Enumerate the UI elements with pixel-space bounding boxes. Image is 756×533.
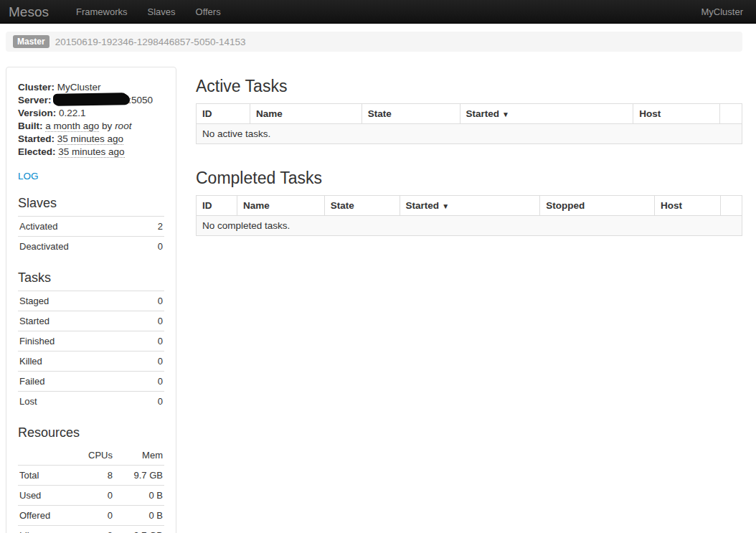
completed-col-name[interactable]: Name — [237, 196, 324, 216]
tasks-failed-label: Failed — [18, 372, 138, 392]
table-row: Lost 0 — [18, 392, 164, 412]
slaves-deactivated-label: Deactivated — [18, 237, 145, 257]
main-nav: Frameworks Slaves Offers — [66, 0, 231, 23]
master-bar: Master 20150619-192346-1298446857-5050-1… — [6, 32, 742, 52]
active-tasks-header-row: ID Name State Started▼ Host — [197, 104, 742, 124]
built-user: root — [115, 121, 131, 131]
nav-slaves[interactable]: Slaves — [137, 0, 185, 24]
nav-frameworks[interactable]: Frameworks — [66, 0, 138, 24]
table-row: Deactivated 0 — [18, 237, 164, 257]
active-tasks-title: Active Tasks — [196, 77, 742, 96]
table-row: Total 8 9.7 GB — [18, 466, 164, 486]
active-col-id[interactable]: ID — [197, 104, 250, 124]
sidebar: Cluster: MyCluster Server: :5050 Version… — [6, 67, 176, 533]
resources-mem-header: Mem — [114, 445, 164, 466]
completed-col-stopped[interactable]: Stopped — [540, 196, 655, 216]
master-id: 20150619-192346-1298446857-5050-14153 — [55, 37, 246, 47]
tasks-finished-label: Finished — [18, 331, 138, 352]
cluster-name-label: MyCluster — [701, 6, 747, 17]
tasks-lost-label: Lost — [18, 392, 138, 412]
table-row: Staged 0 — [18, 291, 164, 311]
active-tasks-empty-message: No active tasks. — [197, 124, 742, 144]
started-row: Started: 35 minutes ago — [18, 133, 164, 146]
tasks-killed-value: 0 — [138, 352, 164, 372]
cluster-label: Cluster: — [18, 82, 55, 93]
started-label: Started: — [18, 133, 55, 144]
completed-col-actions — [720, 196, 742, 216]
built-by-text: by — [102, 121, 112, 131]
active-tasks-empty-row: No active tasks. — [197, 124, 742, 144]
built-row: Built: a month ago by root — [18, 120, 164, 133]
completed-col-started[interactable]: Started▼ — [400, 196, 540, 216]
built-relative-time: a month ago — [45, 121, 99, 132]
active-col-started-label: Started — [466, 108, 500, 119]
slaves-activated-value: 2 — [145, 217, 164, 237]
completed-tasks-empty-message: No completed tasks. — [197, 216, 742, 236]
version-label: Version: — [18, 108, 56, 118]
completed-col-host[interactable]: Host — [655, 196, 721, 216]
resources-corner-cell — [18, 445, 71, 466]
resources-used-cpus: 0 — [71, 486, 114, 506]
tasks-lost-value: 0 — [138, 392, 164, 412]
active-tasks-table: ID Name State Started▼ Host No active ta… — [196, 103, 742, 144]
redacted-server-address — [54, 94, 128, 106]
tasks-failed-value: 0 — [138, 372, 164, 392]
tasks-killed-label: Killed — [18, 352, 138, 372]
tasks-summary-table: Staged 0 Started 0 Finished 0 Killed 0 F… — [18, 291, 164, 411]
resources-offered-cpus: 0 — [71, 506, 114, 526]
table-row: Used 0 0 B — [18, 486, 164, 506]
completed-tasks-header-row: ID Name State Started▼ Stopped Host — [197, 196, 742, 216]
tasks-section-title: Tasks — [18, 270, 164, 286]
slaves-section-title: Slaves — [18, 196, 164, 211]
tasks-staged-label: Staged — [18, 291, 138, 311]
master-badge: Master — [13, 35, 49, 48]
main-content: Active Tasks ID Name State Started▼ Host… — [196, 67, 742, 236]
cluster-row: Cluster: MyCluster — [18, 81, 164, 94]
elected-label: Elected: — [18, 146, 56, 157]
built-label: Built: — [18, 121, 43, 131]
slaves-deactivated-value: 0 — [145, 237, 164, 257]
active-col-started[interactable]: Started▼ — [460, 104, 633, 124]
table-row: Started 0 — [18, 311, 164, 331]
table-row: Idle 8 9.7 GB — [18, 526, 164, 533]
elected-relative-time: 35 minutes ago — [58, 146, 124, 158]
table-row: Failed 0 — [18, 372, 164, 392]
slaves-table: Activated 2 Deactivated 0 — [18, 216, 164, 256]
nav-offers[interactable]: Offers — [186, 0, 231, 24]
tasks-started-value: 0 — [138, 311, 164, 331]
completed-tasks-title: Completed Tasks — [196, 169, 742, 188]
resources-offered-label: Offered — [18, 506, 71, 526]
sort-desc-icon: ▼ — [442, 202, 449, 210]
resources-offered-mem: 0 B — [114, 506, 164, 526]
resources-cpus-header: CPUs — [71, 445, 114, 466]
completed-tasks-table: ID Name State Started▼ Stopped Host No c… — [196, 195, 742, 236]
active-col-actions — [720, 104, 742, 124]
active-col-name[interactable]: Name — [250, 104, 362, 124]
server-port: :5050 — [128, 95, 153, 105]
table-row: Finished 0 — [18, 331, 164, 352]
slaves-activated-label: Activated — [18, 217, 145, 237]
server-label: Server: — [18, 95, 52, 105]
top-navbar: Mesos Frameworks Slaves Offers MyCluster — [0, 0, 756, 24]
completed-tasks-empty-row: No completed tasks. — [197, 216, 742, 236]
version-row: Version: 0.22.1 — [18, 107, 164, 120]
resources-total-cpus: 8 — [71, 466, 114, 486]
active-col-host[interactable]: Host — [633, 104, 720, 124]
resources-idle-mem: 9.7 GB — [114, 526, 164, 533]
server-row: Server: :5050 — [18, 94, 164, 107]
resources-section-title: Resources — [18, 425, 164, 440]
tasks-finished-value: 0 — [138, 331, 164, 352]
version-value: 0.22.1 — [59, 108, 86, 118]
completed-col-id[interactable]: ID — [197, 196, 237, 216]
brand-link[interactable]: Mesos — [9, 0, 49, 24]
resources-total-mem: 9.7 GB — [114, 466, 164, 486]
tasks-staged-value: 0 — [138, 291, 164, 311]
resources-table: CPUs Mem Total 8 9.7 GB Used 0 0 B Offer… — [18, 445, 164, 533]
resources-header-row: CPUs Mem — [18, 445, 164, 466]
completed-col-state[interactable]: State — [324, 196, 400, 216]
tasks-started-label: Started — [18, 311, 138, 331]
log-link[interactable]: LOG — [18, 171, 39, 181]
started-relative-time: 35 minutes ago — [57, 133, 123, 145]
active-col-state[interactable]: State — [362, 104, 460, 124]
resources-used-mem: 0 B — [114, 486, 164, 506]
